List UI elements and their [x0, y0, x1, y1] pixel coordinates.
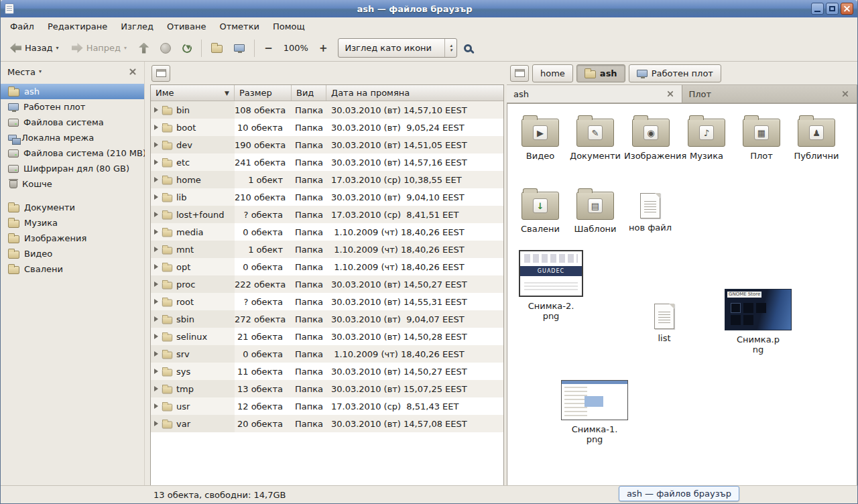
sidebar-item[interactable]: Работен плот — [1, 99, 144, 115]
table-row[interactable]: tmp 13 обекта Папка 30.03.2010 (вт) 15,0… — [151, 380, 503, 397]
icon-view-item[interactable]: list — [644, 297, 684, 343]
taskbar-window-button[interactable]: ash — файлов браузър — [619, 486, 739, 501]
expander-icon[interactable] — [154, 229, 158, 235]
icon-view-item[interactable]: ↓ Свалени — [514, 186, 566, 234]
table-row[interactable]: lib 210 обекта Папка 30.03.2010 (вт) 9,0… — [151, 188, 503, 206]
zoom-in-button[interactable]: + — [314, 38, 332, 58]
sidebar-item[interactable]: Изображения — [1, 231, 144, 246]
sidebar-item[interactable]: Файлова система — [1, 115, 144, 130]
expander-icon[interactable] — [154, 264, 158, 269]
view-mode-select[interactable]: Изглед като икони ▴▾ — [338, 38, 457, 58]
expander-icon[interactable] — [154, 125, 158, 130]
column-header-size[interactable]: Размер — [235, 85, 292, 101]
expander-icon[interactable] — [154, 351, 158, 357]
home-folder-button[interactable] — [206, 38, 227, 58]
sidebar-item[interactable]: Видео — [1, 246, 144, 261]
pane-location-button[interactable] — [510, 65, 529, 82]
menu-item[interactable]: Редактиране — [41, 17, 114, 35]
minimize-button[interactable] — [811, 3, 824, 15]
sidebar-item[interactable]: Документи — [1, 200, 144, 215]
expander-icon[interactable] — [154, 142, 158, 147]
table-row[interactable]: bin 108 обекта Папка 30.03.2010 (вт) 14,… — [151, 101, 503, 119]
icon-view-item[interactable]: ▶ Видео — [514, 113, 566, 161]
sidebar-item[interactable]: ash — [1, 84, 144, 99]
up-button[interactable] — [134, 38, 154, 58]
icon-view-item[interactable]: ♟ Публични — [790, 113, 843, 161]
table-row[interactable]: home 1 обект Папка 17.03.2010 (ср) 10,38… — [151, 171, 503, 188]
reload-button[interactable] — [178, 38, 196, 58]
icon-view-item[interactable]: GNOME Store Снимка.png — [723, 289, 793, 355]
expander-icon[interactable] — [154, 369, 158, 374]
expander-icon[interactable] — [154, 299, 158, 304]
column-header-date[interactable]: Дата на промяна — [326, 85, 503, 101]
icon-view-item[interactable]: ▦ Плот — [735, 113, 788, 161]
sidebar-item[interactable]: Музика — [1, 215, 144, 231]
table-row[interactable]: selinux 21 обекта Папка 30.03.2010 (вт) … — [151, 328, 503, 345]
computer-button[interactable] — [229, 38, 249, 58]
icon-view-item[interactable]: ✎ Документи — [569, 113, 621, 161]
back-button[interactable]: Назад ▾ — [5, 38, 64, 58]
table-row[interactable]: proc 222 обекта Папка 30.03.2010 (вт) 14… — [151, 275, 503, 293]
forward-button[interactable]: Напред ▾ — [66, 38, 133, 58]
table-row[interactable]: dev 190 обекта Папка 30.03.2010 (вт) 14,… — [151, 136, 503, 153]
stop-button[interactable] — [156, 38, 176, 58]
breadcrumb-ash[interactable]: ash — [576, 64, 625, 82]
table-row[interactable]: media 0 обекта Папка 1.10.2009 (чт) 18,4… — [151, 223, 503, 241]
icon-view-item[interactable]: нов файл — [624, 186, 676, 233]
table-row[interactable]: usr 12 обекта Папка 17.03.2010 (ср) 8,51… — [151, 397, 503, 415]
table-row[interactable]: boot 10 обекта Папка 30.03.2010 (вт) 9,0… — [151, 119, 503, 136]
close-tab-icon[interactable] — [841, 90, 850, 99]
table-row[interactable]: lost+found ? обекта Папка 17.03.2010 (ср… — [151, 206, 503, 223]
expander-icon[interactable] — [154, 316, 158, 322]
icon-view-item[interactable]: ▤ Шаблони — [569, 186, 621, 234]
sidebar-item[interactable]: Локална мрежа — [1, 130, 144, 145]
sidebar-item[interactable]: Свалени — [1, 261, 144, 277]
sidebar-item[interactable]: Кошче — [1, 176, 144, 192]
icon-view-item[interactable]: GUADEC Снимка-2.png — [516, 250, 586, 321]
expander-icon[interactable] — [154, 403, 158, 409]
expander-icon[interactable] — [154, 247, 158, 252]
breadcrumb-desktop[interactable]: Работен плот — [629, 64, 721, 82]
icon-view-item[interactable]: ◉ Изображения — [624, 113, 678, 161]
expander-icon[interactable] — [154, 421, 158, 426]
icon-view-item[interactable]: Снимка-1.png — [560, 380, 629, 444]
menu-item[interactable]: Изглед — [114, 17, 160, 35]
table-row[interactable]: srv 0 обекта Папка 1.10.2009 (чт) 18,40,… — [151, 345, 503, 363]
tab-ash[interactable]: ash — [507, 85, 682, 103]
titlebar[interactable]: ash — файлов браузър — [1, 0, 857, 17]
table-row[interactable]: mnt 1 обект Папка 1.10.2009 (чт) 18,40,2… — [151, 241, 503, 258]
pane-splitter[interactable] — [145, 62, 150, 485]
maximize-button[interactable] — [826, 3, 839, 15]
pane-location-button[interactable] — [151, 65, 170, 82]
table-row[interactable]: opt 0 обекта Папка 1.10.2009 (чт) 18,40,… — [151, 258, 503, 275]
icon-view-item[interactable]: ♪ Музика — [680, 113, 733, 161]
table-row[interactable]: var 20 обекта Папка 30.03.2010 (вт) 14,5… — [151, 415, 503, 432]
table-row[interactable]: sys 11 обекта Папка 30.03.2010 (вт) 14,5… — [151, 363, 503, 380]
expander-icon[interactable] — [154, 177, 158, 182]
expander-icon[interactable] — [154, 334, 158, 339]
menu-item[interactable]: Помощ — [266, 17, 312, 35]
expander-icon[interactable] — [154, 194, 158, 200]
search-button[interactable] — [459, 38, 477, 58]
expander-icon[interactable] — [154, 160, 158, 165]
breadcrumb-home[interactable]: home — [532, 64, 573, 82]
table-row[interactable]: sbin 272 обекта Папка 30.03.2010 (вт) 9,… — [151, 310, 503, 328]
table-row[interactable]: etc 241 обекта Папка 30.03.2010 (вт) 14,… — [151, 153, 503, 171]
zoom-out-button[interactable]: − — [259, 38, 278, 58]
close-tab-icon[interactable] — [666, 90, 674, 99]
menu-item[interactable]: Файл — [3, 17, 41, 35]
places-title[interactable]: Места — [7, 67, 36, 77]
column-header-name[interactable]: Име ▼ — [151, 85, 235, 101]
sidebar-item[interactable]: Файлова система (210 MB) — [1, 145, 144, 161]
close-sidebar-button[interactable] — [128, 67, 137, 76]
sidebar-item[interactable]: Шифриран дял (80 GB) — [1, 161, 144, 176]
expander-icon[interactable] — [154, 212, 158, 217]
tab-plot[interactable]: Плот — [682, 85, 858, 103]
close-button[interactable] — [841, 3, 853, 15]
menu-item[interactable]: Отметки — [212, 17, 265, 35]
expander-icon[interactable] — [154, 281, 158, 287]
expander-icon[interactable] — [154, 107, 158, 113]
column-header-type[interactable]: Вид — [292, 85, 326, 101]
expander-icon[interactable] — [154, 386, 158, 391]
table-row[interactable]: root ? обекта Папка 30.03.2010 (вт) 14,5… — [151, 293, 503, 310]
